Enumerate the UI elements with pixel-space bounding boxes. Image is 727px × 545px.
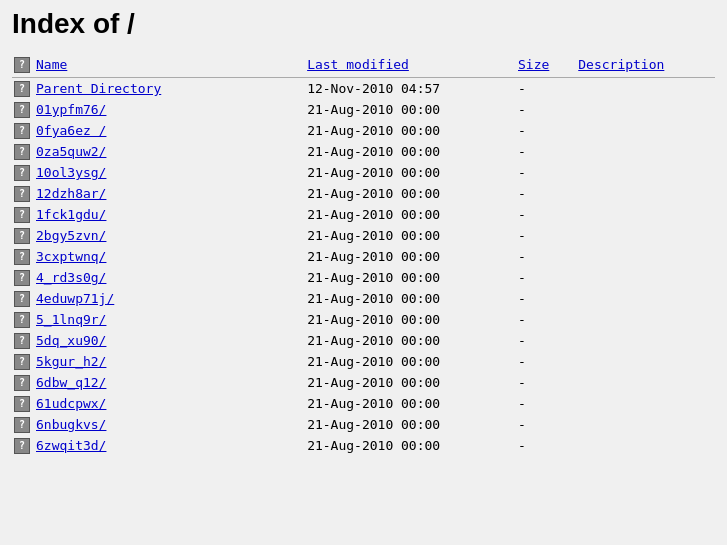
row-size-cell: -	[516, 288, 576, 309]
file-listing-table: ? Name Last modified Size Description ?P…	[12, 52, 715, 456]
folder-icon: ?	[14, 123, 30, 139]
row-name-cell: Parent Directory	[34, 78, 305, 100]
file-link[interactable]: 0fya6ez /	[36, 123, 106, 138]
file-link[interactable]: 5dq_xu90/	[36, 333, 106, 348]
row-icon-cell: ?	[12, 162, 34, 183]
row-name-cell: 5dq_xu90/	[34, 330, 305, 351]
column-header-modified: Last modified	[305, 52, 516, 78]
row-description-cell	[576, 351, 715, 372]
row-modified-cell: 21-Aug-2010 00:00	[305, 120, 516, 141]
row-icon-cell: ?	[12, 78, 34, 100]
folder-icon: ?	[14, 333, 30, 349]
row-icon-cell: ?	[12, 372, 34, 393]
row-size-cell: -	[516, 267, 576, 288]
file-link[interactable]: 6nbugkvs/	[36, 417, 106, 432]
folder-icon: ?	[14, 186, 30, 202]
row-description-cell	[576, 141, 715, 162]
row-description-cell	[576, 372, 715, 393]
file-link[interactable]: 2bgy5zvn/	[36, 228, 106, 243]
sort-by-size-link[interactable]: Size	[518, 57, 549, 72]
row-size-cell: -	[516, 414, 576, 435]
file-link[interactable]: 3cxptwnq/	[36, 249, 106, 264]
file-link[interactable]: Parent Directory	[36, 81, 161, 96]
file-link[interactable]: 12dzh8ar/	[36, 186, 106, 201]
folder-icon: ?	[14, 207, 30, 223]
file-link[interactable]: 1fck1gdu/	[36, 207, 106, 222]
row-size-cell: -	[516, 225, 576, 246]
row-size-cell: -	[516, 141, 576, 162]
row-description-cell	[576, 393, 715, 414]
sort-by-name-link[interactable]: Name	[36, 57, 67, 72]
file-link[interactable]: 5kgur_h2/	[36, 354, 106, 369]
row-modified-cell: 21-Aug-2010 00:00	[305, 99, 516, 120]
row-icon-cell: ?	[12, 99, 34, 120]
row-size-cell: -	[516, 78, 576, 100]
row-modified-cell: 21-Aug-2010 00:00	[305, 225, 516, 246]
row-description-cell	[576, 183, 715, 204]
table-row: ?01ypfm76/21-Aug-2010 00:00-	[12, 99, 715, 120]
row-name-cell: 0za5quw2/	[34, 141, 305, 162]
folder-icon: ?	[14, 291, 30, 307]
row-icon-cell: ?	[12, 393, 34, 414]
row-description-cell	[576, 99, 715, 120]
row-size-cell: -	[516, 246, 576, 267]
row-modified-cell: 12-Nov-2010 04:57	[305, 78, 516, 100]
sort-by-description-link[interactable]: Description	[578, 57, 664, 72]
folder-icon: ?	[14, 375, 30, 391]
file-link[interactable]: 6dbw_q12/	[36, 375, 106, 390]
row-icon-cell: ?	[12, 288, 34, 309]
file-link[interactable]: 10ol3ysg/	[36, 165, 106, 180]
row-icon-cell: ?	[12, 351, 34, 372]
folder-icon: ?	[14, 354, 30, 370]
row-size-cell: -	[516, 435, 576, 456]
row-description-cell	[576, 267, 715, 288]
row-modified-cell: 21-Aug-2010 00:00	[305, 267, 516, 288]
folder-icon: ?	[14, 417, 30, 433]
table-header-row: ? Name Last modified Size Description	[12, 52, 715, 78]
row-size-cell: -	[516, 309, 576, 330]
row-icon-cell: ?	[12, 267, 34, 288]
row-name-cell: 4_rd3s0g/	[34, 267, 305, 288]
row-description-cell	[576, 78, 715, 100]
file-link[interactable]: 4_rd3s0g/	[36, 270, 106, 285]
row-icon-cell: ?	[12, 246, 34, 267]
row-modified-cell: 21-Aug-2010 00:00	[305, 141, 516, 162]
row-modified-cell: 21-Aug-2010 00:00	[305, 204, 516, 225]
table-row: ?0fya6ez /21-Aug-2010 00:00-	[12, 120, 715, 141]
row-modified-cell: 21-Aug-2010 00:00	[305, 393, 516, 414]
row-name-cell: 4eduwp71j/	[34, 288, 305, 309]
file-link[interactable]: 4eduwp71j/	[36, 291, 114, 306]
row-description-cell	[576, 414, 715, 435]
row-description-cell	[576, 162, 715, 183]
row-description-cell	[576, 246, 715, 267]
table-row: ?61udcpwx/21-Aug-2010 00:00-	[12, 393, 715, 414]
table-row: ?2bgy5zvn/21-Aug-2010 00:00-	[12, 225, 715, 246]
row-modified-cell: 21-Aug-2010 00:00	[305, 309, 516, 330]
table-row: ?5_1lnq9r/21-Aug-2010 00:00-	[12, 309, 715, 330]
folder-icon: ?	[14, 438, 30, 454]
row-icon-cell: ?	[12, 204, 34, 225]
sort-by-modified-link[interactable]: Last modified	[307, 57, 409, 72]
row-size-cell: -	[516, 183, 576, 204]
row-modified-cell: 21-Aug-2010 00:00	[305, 372, 516, 393]
file-link[interactable]: 0za5quw2/	[36, 144, 106, 159]
row-name-cell: 3cxptwnq/	[34, 246, 305, 267]
file-link[interactable]: 61udcpwx/	[36, 396, 106, 411]
file-link[interactable]: 5_1lnq9r/	[36, 312, 106, 327]
table-row: ?4eduwp71j/21-Aug-2010 00:00-	[12, 288, 715, 309]
file-link[interactable]: 01ypfm76/	[36, 102, 106, 117]
row-name-cell: 2bgy5zvn/	[34, 225, 305, 246]
row-icon-cell: ?	[12, 435, 34, 456]
row-icon-cell: ?	[12, 120, 34, 141]
table-row: ?10ol3ysg/21-Aug-2010 00:00-	[12, 162, 715, 183]
row-name-cell: 6dbw_q12/	[34, 372, 305, 393]
row-modified-cell: 21-Aug-2010 00:00	[305, 330, 516, 351]
row-size-cell: -	[516, 372, 576, 393]
row-name-cell: 1fck1gdu/	[34, 204, 305, 225]
file-link[interactable]: 6zwqit3d/	[36, 438, 106, 453]
row-name-cell: 5kgur_h2/	[34, 351, 305, 372]
table-row: ?6dbw_q12/21-Aug-2010 00:00-	[12, 372, 715, 393]
table-row: ?5dq_xu90/21-Aug-2010 00:00-	[12, 330, 715, 351]
row-icon-cell: ?	[12, 183, 34, 204]
table-row: ?0za5quw2/21-Aug-2010 00:00-	[12, 141, 715, 162]
